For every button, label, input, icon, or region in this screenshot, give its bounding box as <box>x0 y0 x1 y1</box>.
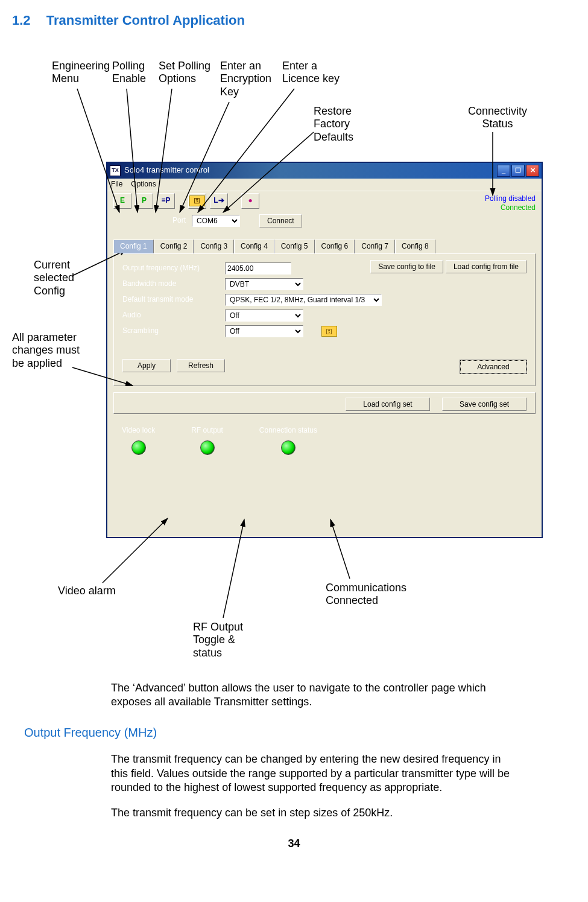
scrambling-label: Scrambling <box>122 326 225 336</box>
tab-config7[interactable]: Config 7 <box>355 240 395 254</box>
minimize-button[interactable]: _ <box>497 165 510 177</box>
port-label: Port <box>150 216 186 226</box>
status-led-row: Video lock RF output Connection status <box>113 420 536 461</box>
anno-current-config: Current selected Config <box>34 259 88 298</box>
audio-select[interactable]: Off <box>225 310 303 322</box>
apply-button[interactable]: Apply <box>122 359 171 372</box>
tab-config2[interactable]: Config 2 <box>154 240 194 254</box>
output-frequency-label: Output frequency (MHz) <box>122 264 225 273</box>
port-select[interactable]: COM6 <box>192 215 240 227</box>
close-button[interactable]: ✕ <box>526 165 539 177</box>
anno-polling-enable: Polling Enable <box>112 60 154 86</box>
anno-licence-key: Enter a Licence key <box>282 60 349 86</box>
tab-config6[interactable]: Config 6 <box>315 240 355 254</box>
paragraph-2: The transmit frequency can be changed by… <box>111 752 516 795</box>
licence-key-icon[interactable]: L➔ <box>210 193 228 209</box>
audio-label: Audio <box>122 311 225 320</box>
app-icon: TX <box>110 165 121 176</box>
polling-enable-icon[interactable]: P <box>135 193 153 209</box>
polling-options-icon[interactable]: ≡P <box>157 193 175 209</box>
default-tx-label: Default transmit mode <box>122 295 225 305</box>
anno-rf-output: RF Output Toggle & status <box>193 621 253 660</box>
scrambling-select[interactable]: Off <box>225 325 303 337</box>
subheading-output-frequency: Output Frequency (MHz) <box>24 725 576 740</box>
save-config-to-file-button[interactable]: Save config to file <box>370 260 443 273</box>
encryption-key-icon[interactable]: ⚿ <box>188 193 206 209</box>
connection-status-label: Connection status <box>259 426 317 436</box>
paragraph-1: The ‘Advanced’ button allows the user to… <box>111 681 516 710</box>
paragraph-3: The transmit frequency can be set in ste… <box>111 806 516 820</box>
tab-config1[interactable]: Config 1 <box>113 240 154 254</box>
maximize-button[interactable]: ☐ <box>511 165 525 177</box>
tab-config3[interactable]: Config 3 <box>194 240 234 254</box>
bottom-bar: Load config set Save config set <box>113 392 536 414</box>
connectivity-status-area: Polling disabled Connected <box>485 194 536 213</box>
video-lock-label: Video lock <box>122 426 155 436</box>
bandwidth-select[interactable]: DVBT <box>225 278 303 290</box>
anno-set-polling: Set Polling Options <box>159 60 219 86</box>
page-number: 34 <box>12 837 576 851</box>
load-config-set-button[interactable]: Load config set <box>346 398 430 411</box>
section-title: 1.2 Transmitter Control Application <box>12 12 576 30</box>
engineering-icon[interactable]: E <box>113 193 131 209</box>
menu-bar: File Options <box>107 179 542 191</box>
save-config-set-button[interactable]: Save config set <box>442 398 526 411</box>
rf-output-label: RF output <box>191 426 223 436</box>
anno-video-alarm: Video alarm <box>58 585 116 598</box>
menu-options[interactable]: Options <box>131 180 156 189</box>
annotated-diagram: Engineering Menu Polling Enable Set Poll… <box>12 42 576 681</box>
anno-all-params: All parameter changes must be applied <box>12 331 90 370</box>
tab-config4[interactable]: Config 4 <box>234 240 274 254</box>
title-bar: TX Solo4 transmitter control _ ☐ ✕ <box>107 163 542 179</box>
tab-pane: Save config to file Load config from fil… <box>113 253 536 386</box>
app-window: TX Solo4 transmitter control _ ☐ ✕ File … <box>107 162 542 538</box>
bandwidth-label: Bandwidth mode <box>122 279 225 289</box>
anno-restore-defaults: Restore Factory Defaults <box>314 105 368 144</box>
rf-output-led[interactable] <box>200 440 215 455</box>
restore-defaults-icon[interactable]: ● <box>241 193 259 209</box>
scrambling-key-icon[interactable]: ⚿ <box>321 326 337 337</box>
tab-config8[interactable]: Config 8 <box>395 240 435 254</box>
section-number: 1.2 <box>12 13 31 28</box>
output-frequency-input[interactable] <box>225 262 291 275</box>
anno-comms-connected: Communications Connected <box>326 582 422 608</box>
anno-encryption-key: Enter an Encryption Key <box>220 60 280 99</box>
connection-status-led <box>281 440 296 455</box>
anno-engineering-menu: Engineering Menu <box>52 60 115 86</box>
default-tx-select[interactable]: QPSK, FEC 1/2, 8MHz, Guard interval 1/3 <box>225 294 382 306</box>
load-config-from-file-button[interactable]: Load config from file <box>446 260 526 273</box>
tab-config5[interactable]: Config 5 <box>274 240 315 254</box>
advanced-button[interactable]: Advanced <box>460 360 526 373</box>
toolbar: E P ≡P ⚿ L➔ ● <box>107 191 542 211</box>
video-lock-led <box>131 440 146 455</box>
polling-status-text: Polling disabled <box>485 194 536 204</box>
connected-status-text: Connected <box>485 203 536 213</box>
menu-file[interactable]: File <box>111 180 122 189</box>
anno-connectivity-status: Connectivity Status <box>461 105 534 131</box>
tab-strip: Config 1 Config 2 Config 3 Config 4 Conf… <box>113 240 536 254</box>
section-heading: Transmitter Control Application <box>46 13 245 28</box>
connect-button[interactable]: Connect <box>259 214 302 227</box>
window-title: Solo4 transmitter control <box>124 165 209 176</box>
refresh-button[interactable]: Refresh <box>177 359 225 372</box>
